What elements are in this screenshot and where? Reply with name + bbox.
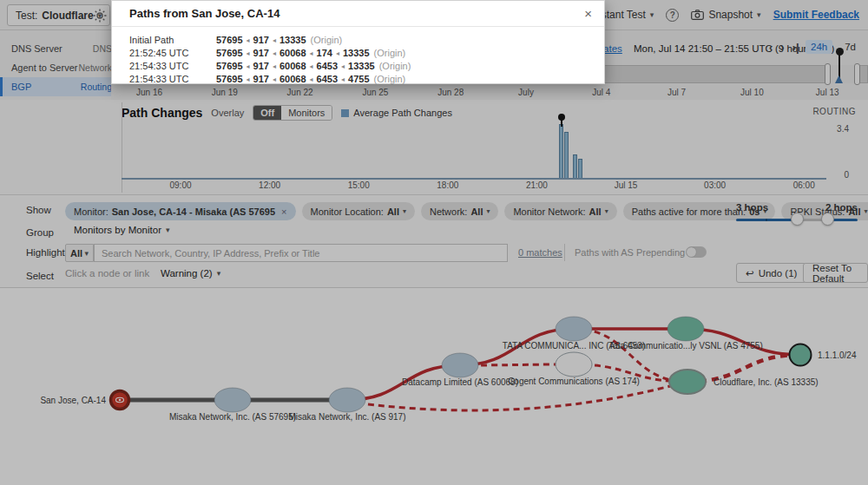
path-arrow-icon: ◂ bbox=[306, 49, 317, 57]
path-arrow-icon: ◂ bbox=[332, 49, 343, 57]
path-arrow-icon: ◂ bbox=[243, 75, 253, 83]
path-row-hops: 57695◂917◂13335(Origin) bbox=[216, 35, 342, 48]
paths-modal: Paths from San Jose, CA-14 × Initial Pat… bbox=[111, 0, 605, 84]
path-row: 21:54:33 UTC 57695◂917◂60068◂6453◂13335(… bbox=[129, 61, 604, 74]
path-row-hops: 57695◂917◂60068◂6453◂13335(Origin) bbox=[216, 61, 411, 74]
path-arrow-icon: ◂ bbox=[306, 62, 317, 70]
modal-title: Paths from San Jose, CA-14 bbox=[129, 7, 279, 20]
path-row-label: Initial Path bbox=[129, 35, 216, 48]
path-row: 21:52:45 UTC 57695◂917◂60068◂174◂13335(O… bbox=[129, 48, 604, 61]
path-row-label: 21:52:45 UTC bbox=[129, 48, 216, 61]
path-arrow-icon: ◂ bbox=[243, 62, 253, 70]
path-row-hops: 57695◂917◂60068◂6453◂4755(Origin) bbox=[216, 74, 405, 87]
close-icon[interactable]: × bbox=[584, 7, 592, 20]
path-row-hops: 57695◂917◂60068◂174◂13335(Origin) bbox=[216, 48, 405, 61]
path-arrow-icon: ◂ bbox=[269, 49, 279, 57]
path-row-label: 21:54:33 UTC bbox=[129, 61, 216, 74]
path-arrow-icon: ◂ bbox=[269, 62, 279, 70]
path-arrow-icon: ◂ bbox=[306, 75, 317, 83]
path-row: Initial Path 57695◂917◂13335(Origin) bbox=[129, 35, 604, 48]
path-arrow-icon: ◂ bbox=[338, 62, 348, 70]
path-row: 21:54:33 UTC 57695◂917◂60068◂6453◂4755(O… bbox=[129, 74, 604, 87]
path-arrow-icon: ◂ bbox=[269, 36, 279, 44]
path-arrow-icon: ◂ bbox=[243, 49, 253, 57]
path-arrow-icon: ◂ bbox=[243, 36, 253, 44]
path-arrow-icon: ◂ bbox=[338, 75, 348, 83]
path-arrow-icon: ◂ bbox=[269, 75, 279, 83]
path-row-label: 21:54:33 UTC bbox=[129, 74, 216, 87]
